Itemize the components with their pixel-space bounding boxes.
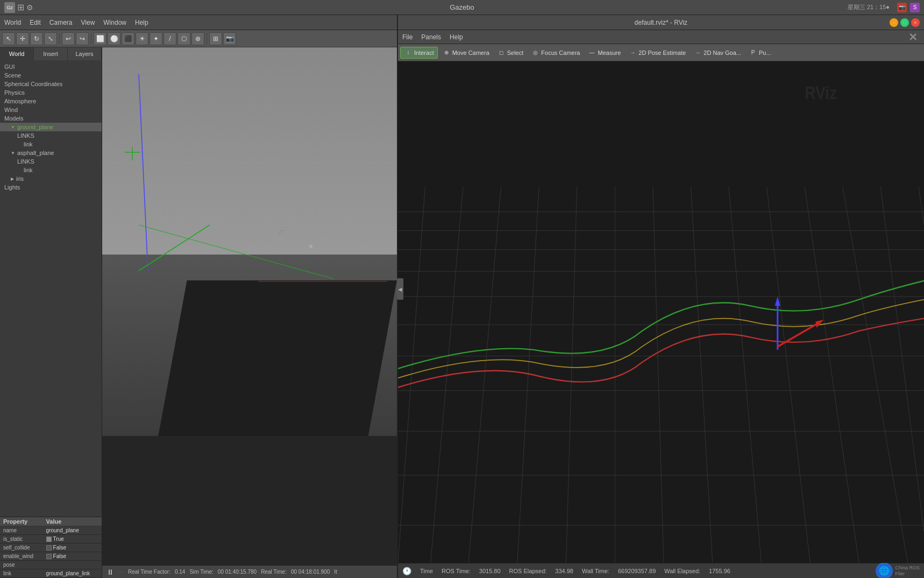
rviz-tool-focus-camera[interactable]: ◎ Focus Camera [528,47,583,58]
cursor-indicator [280,230,284,235]
scale-tool[interactable]: ⤡ [44,32,57,45]
prop-wind-row[interactable]: enable_wind False [0,552,102,561]
rviz-close-btn[interactable]: × [911,18,920,27]
rviz-tool-interact[interactable]: ↕ Interact [400,47,438,59]
prop-collide-row[interactable]: self_collide False [0,544,102,552]
time-clock-icon: 🕐 [402,567,411,575]
robot-indicator [309,245,312,248]
wall-elapsed-label: Wall Elapsed: [664,568,700,574]
mesh-btn[interactable]: ⬡ [177,32,190,45]
menu-world[interactable]: World [4,19,21,26]
self-collide-checkbox[interactable] [46,545,52,551]
sphere-btn[interactable]: ⚪ [108,32,120,45]
tree-spherical[interactable]: Spherical Coordinates [0,80,102,88]
rviz-tool-select[interactable]: ◻ Select [494,47,527,58]
measure-label: Measure [598,50,621,56]
select-label: Select [507,50,524,56]
screenshot-btn[interactable]: 📷 [223,32,236,45]
collapse-panel-btn[interactable]: ◀ [397,278,403,300]
wall-time-label: Wall Time: [582,568,609,574]
tree-iris[interactable]: ▶ iris [0,174,102,183]
rviz-minimize-btn[interactable]: − [890,18,898,27]
rviz-tool-move-camera[interactable]: ⊕ Move Camera [439,47,493,58]
translate-tool[interactable]: ✛ [16,32,29,45]
rviz-panel: default.rviz* - RViz − □ × File Panels H… [398,15,924,578]
tree-asphalt-links[interactable]: LINKS [0,157,102,166]
rviz-menubar: File Panels Help ✕ [398,30,924,44]
tree-ground-links[interactable]: LINKS [0,131,102,140]
prop-pose-row: pose [0,561,102,569]
time-label: Time [420,568,433,574]
screenshot-icon[interactable]: 📷 [897,3,907,12]
prop-name-row: name ground_plane [0,526,102,535]
select-icon: ◻ [497,48,506,57]
tab-world[interactable]: World [0,47,34,60]
rviz-maximize-btn[interactable]: □ [900,18,909,27]
simtime-label: Sim Time: [189,569,213,575]
select-tool[interactable]: ↖ [2,32,15,45]
elapsed-value: 334.98 [555,568,573,574]
rviz-grid: RViz [398,61,924,563]
tree-lights[interactable]: Lights [0,183,102,192]
tree-ground-plane[interactable]: ▼ ground_plane [0,123,102,131]
cylinder-btn[interactable]: ⬛ [122,32,134,45]
rviz-menu-help[interactable]: Help [450,33,463,41]
menu-window[interactable]: Window [103,19,126,26]
user-icon[interactable]: S [910,3,920,12]
redo-btn[interactable]: ↪ [76,32,89,45]
rviz-tool-nav-goal[interactable]: → 2D Nav Goa... [690,47,744,58]
grid-btn[interactable]: ⊞ [209,32,222,45]
tree-scene[interactable]: Scene [0,71,102,80]
menu-edit[interactable]: Edit [30,19,41,26]
rviz-tool-measure[interactable]: — Measure [584,47,624,58]
undo-btn[interactable]: ↩ [62,32,75,45]
tree-ground-link[interactable]: link [0,140,102,149]
pose-estimate-icon: → [628,48,637,57]
measure-icon: — [587,48,596,57]
window-controls[interactable]: 星期三 21：15● 📷 S [843,3,924,12]
tree-asphalt-plane[interactable]: ▼ asphalt_plane [0,149,102,157]
rviz-window-btns[interactable]: − □ × [890,18,920,27]
box-btn[interactable]: ⬜ [94,32,106,45]
interact-icon: ↕ [404,48,413,57]
pose-estimate-label: 2D Pose Estimate [638,50,686,56]
tree-atmosphere[interactable]: Atmosphere [0,97,102,105]
light-btn[interactable]: ☀ [136,32,148,45]
tab-insert[interactable]: Insert [34,47,68,60]
enable-wind-checkbox[interactable] [46,554,52,559]
svg-line-1 [139,225,210,271]
move-camera-label: Move Camera [452,50,489,56]
joint-btn[interactable]: ⊕ [191,32,204,45]
tab-layers[interactable]: Layers [68,47,102,60]
tree-models[interactable]: Models [0,114,102,123]
pause-btn[interactable]: ⏸ [106,568,114,576]
menu-view[interactable]: View [81,19,95,26]
rviz-menu-file[interactable]: File [402,33,413,41]
datetime-display: 星期三 21：15● [848,3,890,11]
prop-header-property: Property [0,517,43,526]
ground-plane-visual [102,436,397,566]
tree-physics[interactable]: Physics [0,88,102,97]
viewport-main[interactable] [102,47,397,565]
tree-gui[interactable]: GUI [0,62,102,71]
rviz-titlebar: default.rviz* - RViz − □ × [398,15,924,30]
menu-camera[interactable]: Camera [49,19,73,26]
simtime-value: 00 01:40:15.780 [218,569,257,575]
rviz-3d-viewport[interactable]: RViz [398,61,924,563]
community-icon: 🌐 [876,562,893,579]
rviz-menu-panels[interactable]: Panels [421,33,441,41]
move-camera-icon: ⊕ [442,48,451,57]
dir-light-btn[interactable]: / [164,32,176,45]
gazebo-3d-viewport[interactable]: ⏸ — Real Time Factor: 0.14 Sim Time: 00 … [102,47,397,578]
app-icon-3: ⚙ [26,3,33,12]
point-light-btn[interactable]: ✦ [150,32,162,45]
sep2 [91,33,91,44]
rviz-tool-pose-estimate[interactable]: → 2D Pose Estimate [625,47,689,58]
tree-asphalt-link[interactable]: link [0,166,102,174]
tree-wind[interactable]: Wind [0,105,102,114]
rotate-tool[interactable]: ↻ [30,32,43,45]
menu-help[interactable]: Help [135,19,148,26]
rviz-tool-pub[interactable]: P Pu... [745,47,774,58]
prop-static-row[interactable]: is_static True [0,535,102,544]
is-static-checkbox[interactable] [46,537,52,542]
